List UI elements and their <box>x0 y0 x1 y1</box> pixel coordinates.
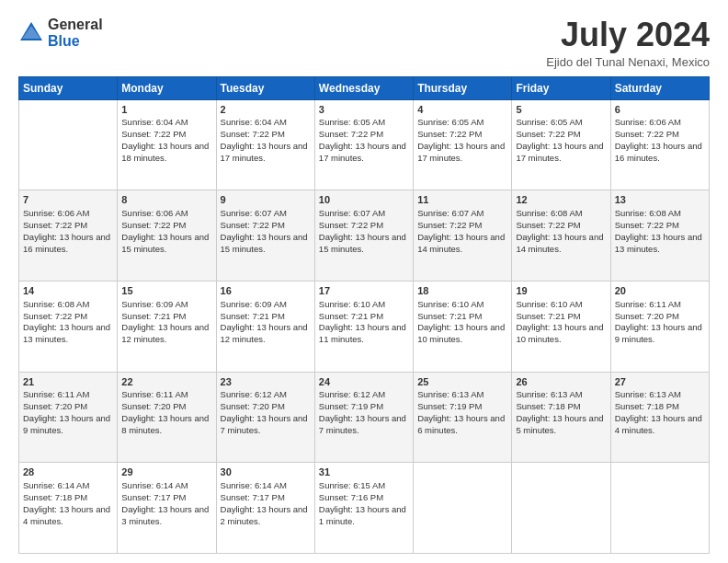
day-number: 1 <box>121 103 211 117</box>
calendar-cell: 28 Sunrise: 6:14 AM Sunset: 7:18 PM Dayl… <box>19 463 118 554</box>
sunset-text: Sunset: 7:18 PM <box>516 401 580 411</box>
day-number: 5 <box>516 103 606 117</box>
day-number: 4 <box>417 103 507 117</box>
calendar-cell: 8 Sunrise: 6:06 AM Sunset: 7:22 PM Dayli… <box>118 190 216 282</box>
sunrise-text: Sunrise: 6:06 AM <box>23 208 89 218</box>
daylight-text: Daylight: 13 hours and 15 minutes. <box>121 232 209 254</box>
day-number: 12 <box>516 193 606 207</box>
sunset-text: Sunset: 7:22 PM <box>23 220 87 230</box>
sunrise-text: Sunrise: 6:13 AM <box>516 389 582 399</box>
sunrise-text: Sunrise: 6:07 AM <box>417 208 483 218</box>
daylight-text: Daylight: 13 hours and 4 minutes. <box>615 413 702 435</box>
daylight-text: Daylight: 13 hours and 9 minutes. <box>23 413 110 435</box>
week-row-2: 7 Sunrise: 6:06 AM Sunset: 7:22 PM Dayli… <box>19 190 710 282</box>
sunset-text: Sunset: 7:22 PM <box>221 220 285 230</box>
sunset-text: Sunset: 7:22 PM <box>221 129 285 139</box>
day-number: 24 <box>319 375 409 389</box>
daylight-text: Daylight: 13 hours and 10 minutes. <box>417 322 505 344</box>
sunrise-text: Sunrise: 6:06 AM <box>615 117 681 127</box>
sunrise-text: Sunrise: 6:10 AM <box>417 299 483 309</box>
day-number: 8 <box>121 193 211 207</box>
calendar-cell: 23 Sunrise: 6:12 AM Sunset: 7:20 PM Dayl… <box>216 372 314 463</box>
daylight-text: Daylight: 13 hours and 4 minutes. <box>23 504 110 526</box>
calendar-cell <box>610 463 709 554</box>
calendar-cell: 27 Sunrise: 6:13 AM Sunset: 7:18 PM Dayl… <box>610 372 709 463</box>
daylight-text: Daylight: 13 hours and 2 minutes. <box>221 504 308 526</box>
col-sunday: Sunday <box>19 76 118 99</box>
sunset-text: Sunset: 7:20 PM <box>23 401 87 411</box>
calendar-cell: 12 Sunrise: 6:08 AM Sunset: 7:22 PM Dayl… <box>512 190 610 282</box>
day-number: 7 <box>23 193 113 207</box>
sunrise-text: Sunrise: 6:11 AM <box>23 389 89 399</box>
location: Ejido del Tunal Nenaxi, Mexico <box>546 55 710 69</box>
day-number: 16 <box>221 284 311 298</box>
week-row-1: 1 Sunrise: 6:04 AM Sunset: 7:22 PM Dayli… <box>19 99 710 190</box>
sunset-text: Sunset: 7:22 PM <box>615 220 679 230</box>
title-block: July 2024 Ejido del Tunal Nenaxi, Mexico <box>546 17 710 69</box>
sunset-text: Sunset: 7:20 PM <box>615 311 679 321</box>
sunrise-text: Sunrise: 6:05 AM <box>516 117 582 127</box>
calendar-cell: 7 Sunrise: 6:06 AM Sunset: 7:22 PM Dayli… <box>19 190 118 282</box>
daylight-text: Daylight: 13 hours and 16 minutes. <box>615 141 702 163</box>
day-number: 21 <box>23 375 113 389</box>
sunrise-text: Sunrise: 6:08 AM <box>23 299 89 309</box>
calendar-cell: 16 Sunrise: 6:09 AM Sunset: 7:21 PM Dayl… <box>216 281 314 372</box>
week-row-4: 21 Sunrise: 6:11 AM Sunset: 7:20 PM Dayl… <box>19 372 710 463</box>
calendar-cell: 6 Sunrise: 6:06 AM Sunset: 7:22 PM Dayli… <box>610 99 709 190</box>
daylight-text: Daylight: 13 hours and 13 minutes. <box>23 322 110 344</box>
logo-icon <box>18 20 44 46</box>
daylight-text: Daylight: 13 hours and 14 minutes. <box>516 232 603 254</box>
daylight-text: Daylight: 13 hours and 12 minutes. <box>121 322 209 344</box>
sunrise-text: Sunrise: 6:09 AM <box>121 299 188 309</box>
day-number: 19 <box>516 284 606 298</box>
day-number: 9 <box>221 193 311 207</box>
sunset-text: Sunset: 7:21 PM <box>121 311 186 321</box>
sunset-text: Sunset: 7:21 PM <box>319 311 383 321</box>
daylight-text: Daylight: 13 hours and 15 minutes. <box>221 232 308 254</box>
sunrise-text: Sunrise: 6:05 AM <box>319 117 385 127</box>
daylight-text: Daylight: 13 hours and 18 minutes. <box>121 141 209 163</box>
day-number: 26 <box>516 375 606 389</box>
calendar-cell: 20 Sunrise: 6:11 AM Sunset: 7:20 PM Dayl… <box>610 281 709 372</box>
day-number: 2 <box>221 103 311 117</box>
daylight-text: Daylight: 13 hours and 17 minutes. <box>417 141 505 163</box>
col-saturday: Saturday <box>610 76 709 99</box>
sunset-text: Sunset: 7:22 PM <box>121 220 186 230</box>
calendar-cell: 19 Sunrise: 6:10 AM Sunset: 7:21 PM Dayl… <box>512 281 610 372</box>
calendar-cell <box>19 99 118 190</box>
day-number: 6 <box>615 103 705 117</box>
calendar-cell: 26 Sunrise: 6:13 AM Sunset: 7:18 PM Dayl… <box>512 372 610 463</box>
week-row-3: 14 Sunrise: 6:08 AM Sunset: 7:22 PM Dayl… <box>19 281 710 372</box>
daylight-text: Daylight: 13 hours and 7 minutes. <box>221 413 308 435</box>
sunrise-text: Sunrise: 6:11 AM <box>615 299 681 309</box>
week-row-5: 28 Sunrise: 6:14 AM Sunset: 7:18 PM Dayl… <box>19 463 710 554</box>
calendar-cell: 17 Sunrise: 6:10 AM Sunset: 7:21 PM Dayl… <box>314 281 413 372</box>
daylight-text: Daylight: 13 hours and 5 minutes. <box>516 413 603 435</box>
day-number: 18 <box>417 284 507 298</box>
sunset-text: Sunset: 7:20 PM <box>221 401 285 411</box>
calendar-cell: 18 Sunrise: 6:10 AM Sunset: 7:21 PM Dayl… <box>414 281 512 372</box>
sunset-text: Sunset: 7:18 PM <box>615 401 679 411</box>
sunset-text: Sunset: 7:22 PM <box>417 220 482 230</box>
daylight-text: Daylight: 13 hours and 13 minutes. <box>615 232 702 254</box>
calendar-cell <box>414 463 512 554</box>
calendar-cell: 3 Sunrise: 6:05 AM Sunset: 7:22 PM Dayli… <box>314 99 413 190</box>
day-number: 29 <box>121 465 211 479</box>
sunrise-text: Sunrise: 6:12 AM <box>319 389 385 399</box>
calendar-table: Sunday Monday Tuesday Wednesday Thursday… <box>18 76 710 554</box>
sunrise-text: Sunrise: 6:09 AM <box>221 299 287 309</box>
sunrise-text: Sunrise: 6:14 AM <box>221 480 287 490</box>
calendar-cell: 13 Sunrise: 6:08 AM Sunset: 7:22 PM Dayl… <box>610 190 709 282</box>
calendar-cell: 22 Sunrise: 6:11 AM Sunset: 7:20 PM Dayl… <box>118 372 216 463</box>
calendar-cell: 14 Sunrise: 6:08 AM Sunset: 7:22 PM Dayl… <box>19 281 118 372</box>
day-number: 14 <box>23 284 113 298</box>
daylight-text: Daylight: 13 hours and 12 minutes. <box>221 322 308 344</box>
daylight-text: Daylight: 13 hours and 6 minutes. <box>417 413 505 435</box>
daylight-text: Daylight: 13 hours and 16 minutes. <box>23 232 110 254</box>
daylight-text: Daylight: 13 hours and 14 minutes. <box>417 232 505 254</box>
sunset-text: Sunset: 7:22 PM <box>516 220 580 230</box>
sunset-text: Sunset: 7:22 PM <box>23 311 87 321</box>
col-tuesday: Tuesday <box>216 76 314 99</box>
day-number: 10 <box>319 193 409 207</box>
sunrise-text: Sunrise: 6:15 AM <box>319 480 385 490</box>
